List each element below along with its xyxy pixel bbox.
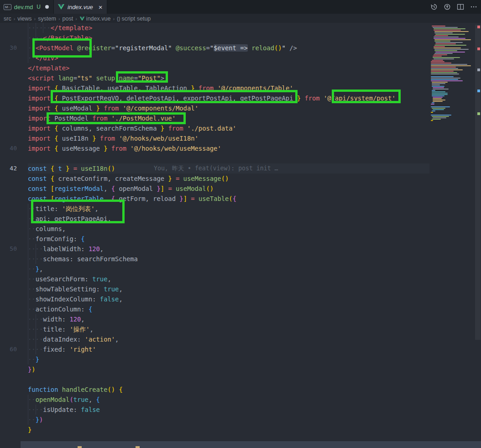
line-number[interactable] xyxy=(0,103,21,113)
code-line[interactable]: ··formConfig: { xyxy=(28,234,429,244)
line-number[interactable] xyxy=(0,93,21,103)
code-line[interactable]: ··api: getPostPageApi, xyxy=(28,214,429,224)
code-line[interactable]: ··showTableSetting: true, xyxy=(28,284,429,294)
code-line[interactable]: const [registerTable, { getForm, reload … xyxy=(28,194,429,204)
line-number[interactable] xyxy=(0,284,21,294)
line-number[interactable] xyxy=(0,113,21,123)
line-number[interactable] xyxy=(0,204,21,214)
line-number[interactable] xyxy=(0,274,21,284)
line-number[interactable] xyxy=(0,374,21,385)
line-number[interactable] xyxy=(0,194,21,204)
line-number[interactable] xyxy=(0,174,21,184)
breadcrumb-item-system[interactable]: system xyxy=(38,16,56,22)
code-line[interactable]: ··} xyxy=(28,354,429,364)
breadcrumb-item-index-vue[interactable]: index.vue xyxy=(79,16,111,22)
gutter[interactable]: 3040425060 xyxy=(0,23,21,435)
code-line[interactable]: ······</template> xyxy=(28,23,429,33)
code-line[interactable]: ····isUpdate: false xyxy=(28,405,429,415)
line-number[interactable] xyxy=(0,324,21,334)
open-changes-icon[interactable] xyxy=(443,3,451,11)
code-line[interactable]: ··}, xyxy=(28,264,429,274)
line-number[interactable] xyxy=(0,133,21,143)
line-number[interactable] xyxy=(0,354,21,364)
line-number[interactable] xyxy=(0,304,21,314)
line-number[interactable] xyxy=(0,294,21,304)
line-number[interactable]: 42 xyxy=(0,163,21,174)
line-number[interactable] xyxy=(0,264,21,274)
code-lines[interactable]: ······</template>····</BasicTable>··<Pos… xyxy=(28,23,429,435)
line-number[interactable]: 50 xyxy=(0,244,21,254)
code-line[interactable]: }) xyxy=(28,364,429,374)
tab-dev.md[interactable]: M↓dev.mdU xyxy=(0,0,54,14)
tab-index.vue[interactable]: index.vue× xyxy=(54,0,107,14)
line-number[interactable] xyxy=(0,385,21,395)
line-number[interactable]: 30 xyxy=(0,43,21,53)
line-number[interactable] xyxy=(0,83,21,93)
line-number[interactable] xyxy=(0,254,21,264)
code-line[interactable] xyxy=(28,153,429,163)
line-number[interactable] xyxy=(0,405,21,415)
line-number[interactable] xyxy=(0,314,21,324)
line-number[interactable]: 40 xyxy=(0,143,21,153)
code-line[interactable]: </template> xyxy=(28,63,429,73)
line-number[interactable] xyxy=(0,33,21,43)
code-line[interactable]: ····schemas: searchFormSchema xyxy=(28,254,429,264)
line-number[interactable] xyxy=(0,234,21,244)
code-line[interactable]: ··</div> xyxy=(28,53,429,63)
unsaved-dot-icon[interactable] xyxy=(45,5,49,9)
line-number[interactable] xyxy=(0,53,21,63)
code-line[interactable]: ··columns, xyxy=(28,224,429,234)
code-line[interactable]: ··useSearchForm: true, xyxy=(28,274,429,284)
breadcrumb-item-script-setup[interactable]: {}script setup xyxy=(117,16,151,22)
code-line[interactable]: import { columns, searchFormSchema } fro… xyxy=(28,123,429,133)
code-line[interactable]: import { PostExportReqVO, deletePostApi,… xyxy=(28,93,429,103)
code-line[interactable]: const { createConfirm, createMessage } =… xyxy=(28,174,429,184)
code-line[interactable]: ··<PostModel @register="registerModal" @… xyxy=(28,43,429,53)
line-number[interactable] xyxy=(0,334,21,344)
timeline-icon[interactable] xyxy=(430,3,438,11)
line-number[interactable] xyxy=(0,63,21,73)
code-line[interactable] xyxy=(28,374,429,385)
code-line[interactable]: ··openModal(true, { xyxy=(28,395,429,405)
code-line[interactable]: import { useMessage } from '@/hooks/web/… xyxy=(28,143,429,153)
scrollbar[interactable] xyxy=(475,23,481,448)
line-number[interactable] xyxy=(0,23,21,33)
line-number[interactable] xyxy=(0,123,21,133)
more-actions-icon[interactable] xyxy=(470,3,477,11)
code-line[interactable]: import { useI18n } from '@/hooks/web/use… xyxy=(28,133,429,143)
scrollbar-thumb[interactable] xyxy=(475,25,481,340)
line-number[interactable] xyxy=(0,364,21,374)
code-line[interactable]: ····fixed: 'right' xyxy=(28,344,429,354)
breadcrumb-item-src[interactable]: src xyxy=(4,16,11,22)
split-editor-icon[interactable] xyxy=(456,3,464,11)
code-line[interactable]: ··actionColumn: { xyxy=(28,304,429,314)
close-tab-icon[interactable]: × xyxy=(99,4,103,11)
line-number[interactable] xyxy=(0,415,21,425)
code-line[interactable]: ··}) xyxy=(28,415,429,425)
code-line[interactable]: const [registerModal, { openModal }] = u… xyxy=(28,184,429,194)
line-number[interactable] xyxy=(0,425,21,435)
code-line[interactable]: ····</BasicTable> xyxy=(28,33,429,43)
minimap[interactable] xyxy=(431,23,475,448)
code-line[interactable]: ····width: 120, xyxy=(28,314,429,324)
code-line[interactable]: ··showIndexColumn: false, xyxy=(28,294,429,304)
line-number[interactable] xyxy=(0,73,21,83)
code-line[interactable]: function handleCreate() { xyxy=(28,385,429,395)
code-line[interactable]: import { useModal } from '@/components/M… xyxy=(28,103,429,113)
code-line[interactable]: ····dataIndex: 'action', xyxy=(28,334,429,344)
code-line[interactable]: ··title: '岗位列表', xyxy=(28,204,429,214)
code-line[interactable]: } xyxy=(28,425,429,435)
line-number[interactable] xyxy=(0,184,21,194)
code-line[interactable]: <script lang="ts" setup name="Post"> xyxy=(28,73,429,83)
code-line[interactable]: ····title: '操作', xyxy=(28,324,429,334)
code-line[interactable]: import { BasicTable, useTable, TableActi… xyxy=(28,83,429,93)
line-number[interactable]: 60 xyxy=(0,344,21,354)
line-number[interactable] xyxy=(0,395,21,405)
breadcrumb-item-post[interactable]: post xyxy=(63,16,73,22)
code-editor[interactable]: 3040425060 ······</template>····</BasicT… xyxy=(0,23,481,448)
line-number[interactable] xyxy=(0,153,21,163)
breadcrumb-item-views[interactable]: views xyxy=(17,16,31,22)
line-number[interactable] xyxy=(0,214,21,224)
code-line[interactable]: ····labelWidth: 120, xyxy=(28,244,429,254)
code-line[interactable]: import PostModel from './PostModel.vue' xyxy=(28,113,429,123)
